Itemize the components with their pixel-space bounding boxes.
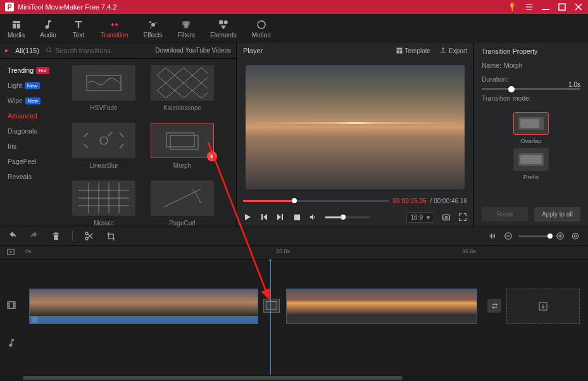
svg-point-19 <box>445 216 447 219</box>
close-icon[interactable] <box>574 3 583 11</box>
video-track-icon <box>6 300 16 310</box>
tool-transition[interactable]: Transition <box>93 14 136 42</box>
zoom-slider[interactable] <box>518 235 550 237</box>
prop-name-value: Morph <box>504 61 523 69</box>
export-button[interactable]: Export <box>439 47 467 54</box>
reset-button[interactable]: Reset <box>482 207 528 222</box>
video-preview <box>246 65 465 189</box>
clip-2[interactable] <box>286 289 477 324</box>
tool-motion[interactable]: Motion <box>244 14 278 42</box>
snapshot-icon[interactable] <box>442 213 451 222</box>
tool-audio[interactable]: Audio <box>32 14 64 42</box>
svg-rect-25 <box>494 234 495 239</box>
delete-icon[interactable] <box>51 231 61 241</box>
drop-zone[interactable] <box>506 289 580 324</box>
redo-icon[interactable] <box>29 231 39 241</box>
tool-elements[interactable]: Elements <box>203 14 244 42</box>
cat-trending[interactable]: TrendingHot <box>0 63 67 78</box>
cat-reveals[interactable]: Reveals <box>0 169 67 184</box>
app-title: MiniTool MovieMaker Free 7.4.2 <box>18 3 117 11</box>
add-icon[interactable]: + <box>207 151 217 161</box>
cat-wipe[interactable]: WipeNew <box>0 93 67 108</box>
cat-advanced[interactable]: Advanced <box>0 108 67 123</box>
svg-rect-22 <box>490 235 491 238</box>
svg-rect-15 <box>166 133 194 147</box>
app-logo: P <box>5 3 14 11</box>
thumb-hsvfade[interactable]: HSVFade <box>72 65 135 111</box>
tool-text[interactable]: Text <box>64 14 93 42</box>
playhead[interactable] <box>270 259 271 375</box>
timeline-ruler[interactable]: 0s 25.8s 46.6s <box>0 246 588 259</box>
mode-overlap[interactable] <box>513 112 549 135</box>
svg-rect-23 <box>491 234 492 239</box>
duration-value: 1.0s <box>482 81 580 88</box>
player-title: Player <box>243 47 263 54</box>
thumb-mosaic[interactable]: Mosaic <box>72 180 135 227</box>
svg-point-2 <box>151 23 155 27</box>
clip-1[interactable] <box>29 289 258 324</box>
apply-all-button[interactable]: Apply to all <box>534 207 580 222</box>
zoom-in-icon[interactable] <box>555 231 565 241</box>
svg-rect-1 <box>559 4 565 10</box>
total-time: / 00:00:46.16 <box>430 197 467 204</box>
tool-media[interactable]: Media <box>0 14 32 42</box>
current-time: 00:00:25.05 <box>393 197 427 204</box>
svg-rect-16 <box>170 135 198 149</box>
prev-icon[interactable] <box>260 213 268 222</box>
svg-rect-27 <box>506 235 510 236</box>
download-youtube-link[interactable]: Download YouTube Videos <box>146 47 231 54</box>
aspect-ratio-select[interactable]: 16:9▾ <box>406 212 434 223</box>
category-all[interactable]: All(115) <box>15 46 39 56</box>
svg-rect-0 <box>542 9 549 10</box>
cat-light[interactable]: LightNew <box>0 78 67 93</box>
main-toolbar: Media Audio Text Transition Effects Filt… <box>0 14 588 42</box>
swap-icon[interactable]: ⇄ <box>487 299 501 313</box>
titlebar: P MiniTool MovieMaker Free 7.4.2 <box>0 0 588 14</box>
mode-prefix[interactable] <box>513 148 549 171</box>
volume-slider[interactable] <box>325 216 370 218</box>
svg-point-12 <box>46 47 50 51</box>
template-button[interactable]: Template <box>396 47 431 54</box>
next-icon[interactable] <box>276 213 285 222</box>
tool-filters[interactable]: Filters <box>170 14 203 42</box>
key-icon[interactable] <box>508 3 517 11</box>
thumb-morph[interactable]: + Morph <box>151 123 214 169</box>
tool-effects[interactable]: Effects <box>135 14 170 42</box>
timeline-scrollbar[interactable] <box>0 375 588 381</box>
svg-point-31 <box>572 233 578 239</box>
fullscreen-icon[interactable] <box>458 213 467 222</box>
player-panel: Player Template Export 00:00:25.05 / 00:… <box>237 42 474 227</box>
svg-point-10 <box>224 20 228 24</box>
stop-icon[interactable] <box>292 213 301 222</box>
svg-point-21 <box>85 237 88 240</box>
duration-slider[interactable] <box>482 88 580 90</box>
menu-icon[interactable] <box>525 3 534 11</box>
svg-point-4 <box>155 22 156 23</box>
svg-rect-9 <box>219 20 223 24</box>
zoom-out-icon[interactable] <box>503 231 513 241</box>
minimize-icon[interactable] <box>541 3 550 11</box>
thumb-pagecurl[interactable]: PageCurl <box>151 180 214 227</box>
thumb-kaleidoscope[interactable]: Kaleidoscope <box>151 65 214 111</box>
audio-track-icon[interactable] <box>488 231 498 241</box>
svg-point-8 <box>184 23 189 28</box>
volume-icon[interactable] <box>309 213 318 222</box>
svg-point-3 <box>149 21 151 23</box>
seek-bar[interactable] <box>243 200 389 202</box>
cat-diagonals[interactable]: Diagonals <box>0 123 67 139</box>
svg-point-14 <box>100 137 108 144</box>
crop-icon[interactable] <box>106 231 116 241</box>
transition-property-panel: Transition Property Name:Morph Duration:… <box>474 42 588 227</box>
timeline-toolbar <box>0 227 588 246</box>
undo-icon[interactable] <box>8 231 18 241</box>
thumb-linearblur[interactable]: LinearBlur <box>72 123 135 169</box>
transition-marker[interactable] <box>263 299 280 313</box>
cat-pagepeel[interactable]: PagePeel <box>0 154 67 169</box>
cat-iris[interactable]: Iris <box>0 139 67 154</box>
zoom-fit-icon[interactable] <box>570 231 580 241</box>
play-icon[interactable] <box>243 213 252 222</box>
split-icon[interactable] <box>84 231 94 241</box>
search-input[interactable]: Search transitions <box>46 47 140 54</box>
maximize-icon[interactable] <box>558 3 566 11</box>
svg-rect-17 <box>294 214 299 220</box>
